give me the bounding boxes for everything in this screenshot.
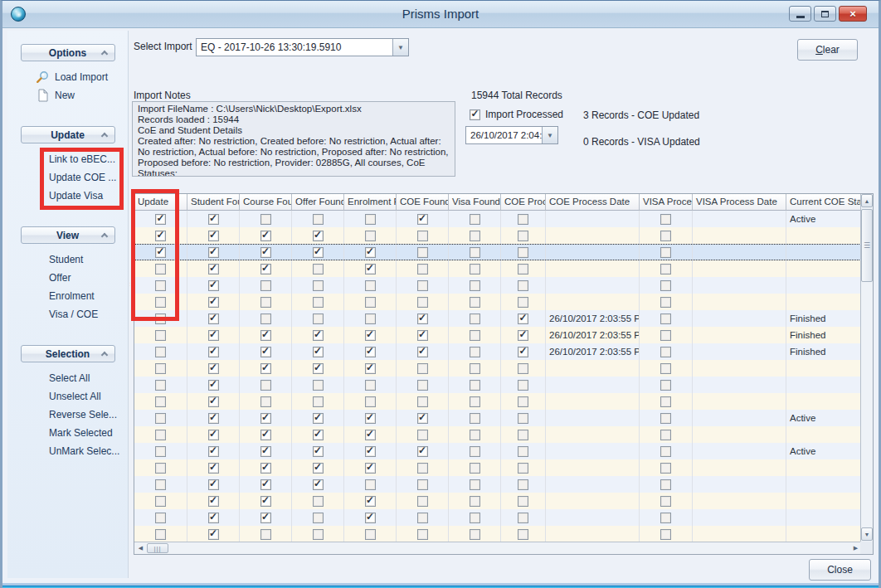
scroll-up-button[interactable]: ▲ — [861, 194, 873, 207]
grid-checkbox-enrolment-found[interactable] — [365, 363, 376, 374]
grid-checkbox-enrolment-found[interactable] — [365, 313, 376, 324]
grid-cell-visa-process-date[interactable] — [693, 476, 786, 493]
grid-checkbox-visa-found[interactable] — [470, 513, 480, 523]
grid-cell-visa-process-date[interactable] — [693, 277, 786, 294]
column-header-offer-found[interactable]: Offer Found — [292, 194, 344, 211]
grid-row[interactable]: 26/10/2017 2:03:55 PMFinished — [134, 327, 873, 343]
grid-cell-visa-process-date[interactable] — [693, 211, 786, 227]
grid-checkbox-offer-found[interactable] — [313, 396, 324, 407]
grid-cell-current-coe-status[interactable] — [786, 260, 861, 277]
grid-checkbox-visa-processed[interactable] — [660, 496, 671, 507]
grid-checkbox-course-found[interactable] — [260, 496, 271, 507]
grid-checkbox-coe-processed[interactable] — [518, 280, 528, 291]
grid-checkbox-student-found[interactable] — [208, 463, 219, 474]
grid-cell-coe-process-date[interactable] — [546, 227, 640, 244]
select-import-combo[interactable]: EQ - 2017-10-26 13:30:19.5910 ▼ — [196, 38, 409, 56]
grid-checkbox-coe-processed[interactable] — [518, 347, 528, 357]
grid-checkbox-offer-found[interactable] — [313, 380, 324, 391]
grid-checkbox-update[interactable] — [155, 363, 166, 374]
grid-cell-visa-process-date[interactable] — [693, 459, 786, 476]
grid-cell-coe-process-date[interactable] — [546, 377, 640, 393]
grid-checkbox-update[interactable] — [155, 380, 166, 391]
grid-checkbox-visa-processed[interactable] — [660, 247, 671, 258]
grid-checkbox-course-found[interactable] — [260, 231, 271, 241]
grid-cell-visa-process-date[interactable] — [693, 493, 786, 509]
horizontal-scroll-thumb[interactable]: ||| — [147, 543, 168, 553]
sidebar-item-load-import[interactable]: Load Import — [36, 68, 128, 86]
grid-checkbox-offer-found[interactable] — [313, 297, 324, 308]
grid-checkbox-student-found[interactable] — [208, 313, 219, 324]
grid-checkbox-visa-found[interactable] — [470, 330, 480, 341]
grid-checkbox-enrolment-found[interactable] — [365, 380, 376, 391]
sidebar-item-unselect-all[interactable]: Unselect All — [49, 387, 128, 406]
grid-checkbox-coe-processed[interactable] — [518, 297, 528, 308]
grid-row[interactable] — [134, 360, 873, 377]
grid-cell-visa-process-date[interactable] — [693, 393, 786, 410]
grid-cell-coe-process-date[interactable] — [546, 277, 640, 294]
grid-cell-current-coe-status[interactable] — [786, 277, 861, 294]
grid-checkbox-offer-found[interactable] — [313, 513, 324, 523]
grid-cell-coe-process-date[interactable] — [546, 526, 640, 542]
grid-cell-visa-process-date[interactable] — [693, 310, 786, 327]
column-header-coe-processed[interactable]: COE Process — [501, 194, 546, 211]
grid-checkbox-enrolment-found[interactable] — [365, 396, 376, 407]
grid-checkbox-course-found[interactable] — [260, 463, 271, 474]
grid-cell-current-coe-status[interactable] — [786, 526, 861, 542]
grid-checkbox-course-found[interactable] — [260, 430, 271, 440]
select-import-dropdown-button[interactable]: ▼ — [392, 39, 408, 56]
grid-checkbox-enrolment-found[interactable] — [365, 247, 376, 258]
grid-checkbox-course-found[interactable] — [260, 529, 271, 540]
grid-checkbox-student-found[interactable] — [208, 231, 219, 241]
grid-cell-coe-process-date[interactable]: 26/10/2017 2:03:55 PM — [546, 343, 640, 360]
grid-cell-coe-process-date[interactable] — [546, 410, 640, 426]
grid-checkbox-visa-processed[interactable] — [660, 463, 671, 474]
grid-cell-visa-process-date[interactable] — [693, 377, 786, 393]
grid-cell-current-coe-status[interactable] — [786, 509, 861, 526]
grid-checkbox-coe-processed[interactable] — [518, 214, 528, 225]
grid-cell-visa-process-date[interactable] — [693, 245, 786, 260]
sidebar-item-enrolment[interactable]: Enrolment — [49, 287, 128, 305]
grid-cell-coe-process-date[interactable] — [546, 459, 640, 476]
grid-cell-current-coe-status[interactable]: Finished — [786, 327, 861, 343]
grid-cell-current-coe-status[interactable]: Active — [786, 410, 861, 426]
sidebar-item-visa-coe[interactable]: Visa / COE — [49, 305, 128, 323]
grid-checkbox-student-found[interactable] — [208, 496, 219, 507]
grid-checkbox-update[interactable] — [155, 430, 166, 440]
grid-checkbox-coe-found[interactable] — [417, 529, 428, 540]
grid-checkbox-visa-processed[interactable] — [660, 214, 671, 225]
grid-checkbox-visa-found[interactable] — [470, 463, 480, 474]
grid-checkbox-enrolment-found[interactable] — [365, 231, 376, 241]
grid-checkbox-visa-processed[interactable] — [660, 363, 671, 374]
grid-checkbox-student-found[interactable] — [208, 513, 219, 523]
grid-checkbox-student-found[interactable] — [208, 280, 219, 291]
grid-checkbox-coe-found[interactable] — [417, 430, 428, 440]
sidebar-item-mark-selected[interactable]: Mark Selected — [49, 424, 128, 442]
grid-checkbox-visa-found[interactable] — [470, 396, 480, 407]
grid-checkbox-student-found[interactable] — [208, 247, 219, 258]
grid-checkbox-visa-found[interactable] — [470, 529, 480, 540]
grid-checkbox-visa-processed[interactable] — [660, 330, 671, 341]
grid-checkbox-visa-processed[interactable] — [660, 231, 671, 241]
grid-checkbox-offer-found[interactable] — [313, 529, 324, 540]
grid-checkbox-enrolment-found[interactable] — [365, 496, 376, 507]
grid-checkbox-offer-found[interactable] — [313, 330, 324, 341]
grid-checkbox-student-found[interactable] — [208, 297, 219, 308]
grid-checkbox-enrolment-found[interactable] — [365, 347, 376, 357]
grid-checkbox-offer-found[interactable] — [313, 264, 324, 275]
grid-cell-visa-process-date[interactable] — [693, 410, 786, 426]
grid-row[interactable] — [134, 244, 873, 260]
grid-checkbox-student-found[interactable] — [208, 479, 219, 490]
sidebar-group-options[interactable]: Options — [21, 44, 115, 61]
grid-cell-current-coe-status[interactable] — [786, 459, 861, 476]
grid-checkbox-coe-processed[interactable] — [518, 380, 528, 391]
grid-checkbox-coe-processed[interactable] — [518, 396, 528, 407]
grid-checkbox-enrolment-found[interactable] — [365, 513, 376, 523]
clear-button[interactable]: Clear — [797, 39, 858, 61]
grid-cell-current-coe-status[interactable] — [786, 245, 861, 260]
column-header-student-found[interactable]: Student Found — [187, 194, 240, 211]
grid-checkbox-coe-found[interactable] — [417, 330, 428, 341]
grid-checkbox-visa-processed[interactable] — [660, 297, 671, 308]
grid-cell-current-coe-status[interactable] — [786, 426, 861, 443]
grid-cell-coe-process-date[interactable]: 26/10/2017 2:03:55 PM — [546, 310, 640, 327]
grid-checkbox-visa-found[interactable] — [470, 347, 480, 357]
